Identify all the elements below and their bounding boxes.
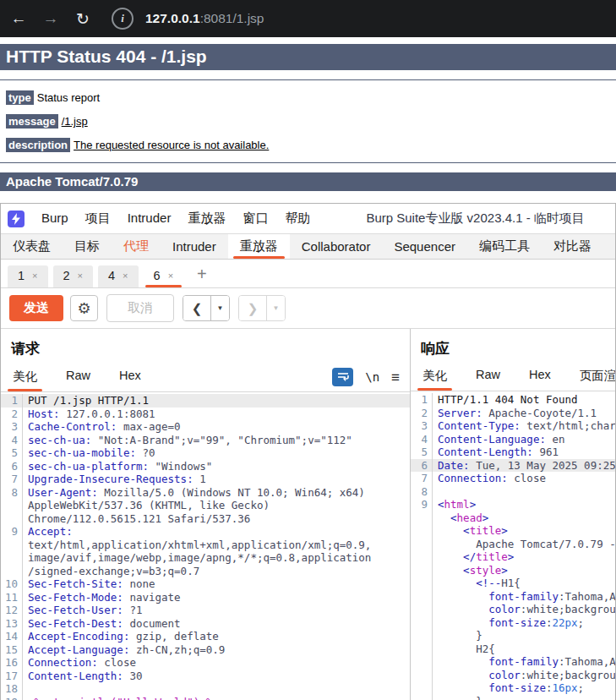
code-token: Sec-Fetch-Dest: bbox=[28, 617, 123, 630]
line-text: Host: 127.0.0.1:8081 bbox=[23, 407, 155, 421]
line-text: /signed-exchange;v=b3;q=0.7 bbox=[23, 565, 199, 578]
code-line: 15Accept-Language: zh-CN,zh;q=0.9 bbox=[1, 643, 410, 657]
url-field[interactable]: 127.0.0.1:8081/1.jsp bbox=[145, 11, 264, 26]
close-tab-icon[interactable]: × bbox=[123, 271, 128, 281]
word-wrap-icon[interactable] bbox=[332, 368, 353, 386]
send-button[interactable]: 发送 bbox=[9, 295, 63, 321]
line-text: Content-Length: 30 bbox=[23, 670, 142, 683]
code-token: < bbox=[450, 511, 457, 524]
code-line: 9<html> bbox=[411, 498, 615, 511]
main-tab[interactable]: Sequencer bbox=[382, 234, 467, 259]
hamburger-menu-icon[interactable]: ≡ bbox=[391, 370, 400, 385]
code-token: "Windows" bbox=[149, 460, 212, 473]
menu-item[interactable]: Burp bbox=[33, 207, 77, 228]
menu-item[interactable]: Intruder bbox=[119, 207, 180, 228]
line-text: text/html,application/xhtml+xml,applicat… bbox=[23, 539, 371, 552]
main-tab[interactable]: Collaborator bbox=[290, 234, 383, 259]
line-number: 4 bbox=[1, 434, 23, 447]
history-forward-button[interactable]: ❯ ▼ bbox=[238, 295, 286, 321]
repeater-tab-label: 6 bbox=[154, 269, 161, 282]
code-line: 7Connection: close bbox=[411, 472, 615, 485]
line-number bbox=[411, 590, 433, 604]
code-token: > bbox=[470, 498, 477, 511]
main-tab[interactable]: 目标 bbox=[63, 234, 112, 259]
line-text: HTTP/1.1 404 Not Found bbox=[433, 393, 578, 407]
line-text: Apache Tomcat/7.0.79 - bbox=[433, 538, 615, 551]
line-number bbox=[411, 695, 433, 700]
code-token: ?1 bbox=[123, 604, 143, 616]
line-number bbox=[411, 669, 433, 682]
repeater-tab[interactable]: 2× bbox=[53, 265, 94, 287]
line-text: H2{ bbox=[433, 643, 495, 656]
repeater-tab[interactable]: 6× bbox=[144, 265, 184, 287]
request-editor-icons: \n ≡ bbox=[332, 368, 400, 391]
line-text: <style> bbox=[433, 564, 508, 577]
back-dropdown-icon[interactable]: ▼ bbox=[211, 296, 229, 320]
line-number: 19 bbox=[1, 696, 23, 700]
main-tab[interactable]: 仪表盘 bbox=[1, 234, 63, 259]
menu-item[interactable]: 重放器 bbox=[179, 207, 234, 228]
line-number: 8 bbox=[411, 485, 433, 499]
line-text: Sec-Fetch-User: ?1 bbox=[23, 604, 142, 617]
close-tab-icon[interactable]: × bbox=[168, 271, 173, 281]
back-arrow-icon[interactable]: ← bbox=[8, 9, 29, 28]
line-text: AppleWebKit/537.36 (KHTML, like Gecko) bbox=[23, 499, 270, 512]
close-tab-icon[interactable]: × bbox=[32, 271, 37, 281]
code-token bbox=[438, 524, 463, 537]
menu-item[interactable]: 项目 bbox=[77, 207, 119, 228]
code-line: 6sec-ch-ua-platform: "Windows" bbox=[1, 460, 410, 473]
menu-item[interactable]: 帮助 bbox=[276, 207, 319, 228]
code-token: AppleWebKit/537.36 (KHTML, like Gecko) bbox=[28, 499, 270, 511]
forward-chevron-icon[interactable]: ❯ bbox=[239, 296, 267, 320]
code-token: < bbox=[463, 564, 470, 577]
view-tab[interactable]: 页面渲染 bbox=[578, 368, 615, 391]
repeater-tab[interactable]: 4× bbox=[98, 265, 139, 287]
error-field-value: /1.jsp bbox=[62, 115, 88, 128]
code-line: 2Server: Apache-Coyote/1.1 bbox=[411, 407, 615, 420]
history-back-button[interactable]: ❮ ▼ bbox=[183, 295, 230, 321]
view-tab[interactable]: Raw bbox=[64, 369, 92, 391]
line-text: Content-Language: en bbox=[433, 433, 565, 446]
line-text: Content-Length: 961 bbox=[433, 446, 559, 459]
view-tab[interactable]: 美化 bbox=[11, 369, 39, 391]
view-tab[interactable]: Hex bbox=[527, 368, 553, 391]
code-token: < bbox=[463, 524, 470, 537]
back-chevron-icon[interactable]: ❮ bbox=[183, 296, 211, 320]
response-editor[interactable]: 1HTTP/1.1 404 Not Found2Server: Apache-C… bbox=[411, 391, 615, 700]
site-info-icon[interactable]: i bbox=[112, 8, 134, 30]
close-tab-icon[interactable]: × bbox=[78, 271, 83, 281]
main-tab[interactable]: 编码工具 bbox=[467, 234, 542, 259]
code-line: 6Date: Tue, 13 May 2025 09:25 bbox=[411, 459, 615, 473]
error-field-label: message bbox=[6, 114, 58, 129]
code-token: ?0 bbox=[136, 446, 155, 459]
request-editor[interactable]: 1PUT /1.jsp HTTP/1.12Host: 127.0.0.1:808… bbox=[1, 392, 410, 700]
code-token: Accept-Encoding: bbox=[28, 630, 129, 643]
new-tab-button[interactable]: + bbox=[188, 265, 215, 287]
main-tab[interactable]: 重放器 bbox=[228, 234, 290, 259]
line-text: image/avif,image/webp,image/apng,*/*;q=0… bbox=[23, 551, 371, 565]
line-text: </title> bbox=[433, 550, 514, 564]
line-text: User-Agent: Mozilla/5.0 (Windows NT 10.0… bbox=[23, 486, 365, 500]
code-token: font-size bbox=[488, 616, 546, 629]
newline-toggle-icon[interactable]: \n bbox=[365, 370, 379, 384]
repeater-tab-label: 2 bbox=[63, 269, 70, 282]
code-token: User-Agent: bbox=[28, 486, 98, 499]
main-tab[interactable]: 代理 bbox=[112, 234, 161, 259]
view-tab[interactable]: Raw bbox=[474, 368, 502, 391]
view-tab[interactable]: 美化 bbox=[421, 368, 449, 391]
view-tab[interactable]: Hex bbox=[117, 369, 143, 391]
repeater-tab[interactable]: 1× bbox=[8, 265, 48, 287]
line-number: 9 bbox=[1, 525, 23, 539]
forward-arrow-icon[interactable]: → bbox=[41, 9, 61, 28]
code-line: 13Sec-Fetch-Dest: document bbox=[1, 617, 410, 631]
reload-icon[interactable]: ↻ bbox=[73, 9, 93, 29]
menu-item[interactable]: 窗口 bbox=[234, 207, 276, 228]
code-token: PUT /1.jsp HTTP/1.1 bbox=[28, 394, 149, 407]
forward-dropdown-icon[interactable]: ▼ bbox=[267, 296, 285, 320]
main-tab[interactable]: 对比器 bbox=[542, 234, 603, 259]
main-tab[interactable]: Intruder bbox=[161, 234, 228, 259]
cancel-button[interactable]: 取消 bbox=[106, 294, 174, 322]
gear-icon[interactable]: ⚙ bbox=[70, 295, 98, 321]
line-number bbox=[1, 512, 23, 526]
line-number: 4 bbox=[411, 433, 433, 446]
